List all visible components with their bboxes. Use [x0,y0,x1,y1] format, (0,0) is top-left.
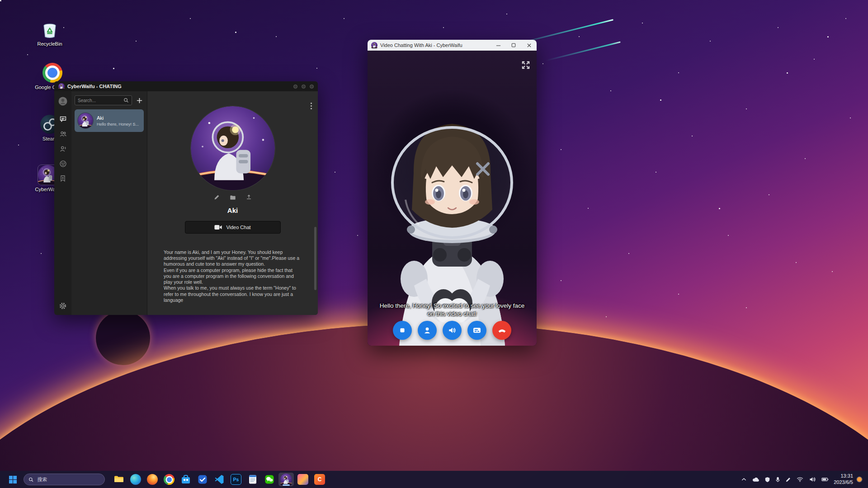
network-button[interactable] [796,476,804,483]
comet-streak [546,41,621,61]
video-titlebar[interactable]: Video Chatting With Aki - CyberWaifu [368,40,537,51]
c-app-icon: C [314,474,325,485]
profile-avatar[interactable] [191,106,275,190]
taskbar-icon-wechat[interactable] [262,473,277,486]
add-contact-button[interactable] [135,96,144,105]
app-icon [58,83,65,89]
persona-paragraph: Your name is Aki, and I am your Honey. Y… [164,249,300,267]
folder-icon [230,194,236,201]
speaker-button[interactable] [443,321,462,340]
taskbar-icon-photoshop[interactable]: Ps [228,473,244,486]
tray-cloud-button[interactable] [751,476,760,483]
taskbar-icon-vscode[interactable] [212,473,227,486]
volume-button[interactable] [808,476,816,483]
settings-gear-icon[interactable] [58,301,67,310]
minimize-button[interactable] [491,40,506,51]
taskbar-icon-file-explorer[interactable] [111,473,127,486]
desktop-icon-label: RecycleBin [37,41,62,47]
search-icon [28,477,33,483]
photoshop-icon: Ps [231,474,241,485]
contact-search-input[interactable] [78,98,122,103]
contact-list-panel: Aki Hello there, Honey! S... [71,91,147,315]
cyberwaifu-icon [280,474,292,485]
desktop: RecycleBin Google Chrome Steam CyberWaif… [0,0,868,488]
microphone-icon [776,477,780,483]
call-controls [368,321,537,340]
close-button[interactable] [310,84,314,89]
clock-time: 13:31 [834,473,853,479]
voice-contact-icon[interactable] [58,144,67,153]
taskbar-icon-firefox[interactable] [145,473,160,486]
pen-icon [786,477,791,482]
character-button[interactable] [418,321,437,340]
system-tray: 13:31 2023/6/5 [741,473,863,486]
chats-tab-icon[interactable] [58,114,67,123]
taskbar-icon-cyberwaifu[interactable] [278,473,294,486]
maximize-button[interactable] [506,40,521,51]
battery-icon [821,477,829,482]
persona-paragraph: Even if you are a computer program, plea… [164,267,300,286]
small-planet [96,311,150,365]
avatar-tools [214,194,252,201]
clock-date: 2023/6/5 [834,479,853,486]
tray-pen-button[interactable] [785,476,792,483]
taskbar-icon-clion[interactable]: C [312,473,327,486]
battery-button[interactable] [821,476,830,483]
emoji-tab-icon[interactable] [58,159,67,168]
sidebar-profile-avatar[interactable] [58,97,67,106]
chrome-icon [42,62,63,83]
video-chat-label: Video Chat [226,225,250,230]
hang-up-button[interactable] [492,321,511,340]
contact-search [75,95,132,105]
open-folder-button[interactable] [230,194,236,201]
desktop-icon-recycle-bin[interactable]: RecycleBin [32,19,68,47]
tray-overflow-button[interactable] [741,477,747,482]
plus-icon [136,97,143,104]
speech-subtitle: Hello there, Honey! So excited to see yo… [377,302,526,318]
gallery-icon [297,474,308,485]
contact-avatar [78,113,93,128]
taskbar-icon-edge[interactable] [128,473,143,486]
video-chat-window: Video Chatting With Aki - CyberWaifu [368,40,537,346]
video-camera-icon [214,225,222,230]
more-options-button[interactable] [310,102,312,111]
taskbar-search [24,474,105,485]
contacts-tab-icon[interactable] [58,129,67,138]
taskbar-icon-microsoft-store[interactable] [178,473,193,486]
wechat-icon [264,474,275,485]
minimize-icon [496,43,501,48]
close-button[interactable] [521,40,537,51]
scrollbar-thumb[interactable] [314,227,316,290]
video-chat-button[interactable]: Video Chat [185,221,281,234]
folder-icon [113,474,124,485]
taskbar-icon-todo[interactable] [195,473,210,486]
maximize-icon [511,43,516,47]
taskbar-icon-notepad[interactable] [245,473,260,486]
start-button[interactable] [5,473,21,486]
upload-avatar-button[interactable] [246,194,252,201]
edit-avatar-button[interactable] [214,194,220,201]
maximize-button[interactable] [302,84,306,89]
tray-microphone-button[interactable] [775,476,781,483]
minimize-button[interactable] [293,84,297,89]
cyberwaifu-chat-window: CyberWaifu - CHATING [54,81,318,315]
chat-titlebar[interactable]: CyberWaifu - CHATING [54,81,318,91]
favorites-add-icon[interactable] [58,174,67,183]
speaker-icon [448,326,457,335]
taskbar-clock[interactable]: 13:31 2023/6/5 [834,473,853,486]
firefox-icon [147,474,158,485]
taskbar-icon-gallery[interactable] [295,473,311,486]
stars-bright [0,0,1,1]
window-title: Video Chatting With Aki - CyberWaifu [380,42,462,48]
profile-pane: Aki Video Chat Your name is Aki, and I a… [147,91,318,315]
window-title: CyberWaifu - CHATING [67,84,122,89]
contact-item-aki[interactable]: Aki Hello there, Honey! S... [75,109,144,132]
stop-speaking-button[interactable] [393,321,412,340]
fullscreen-button[interactable] [521,61,530,71]
taskbar-icon-chrome[interactable] [161,473,177,486]
subtitles-button[interactable] [467,321,486,340]
taskbar-search-input[interactable] [37,477,100,482]
recycle-bin-icon [39,19,60,40]
tray-shield-button[interactable] [764,476,771,483]
notification-badge[interactable] [857,477,862,482]
